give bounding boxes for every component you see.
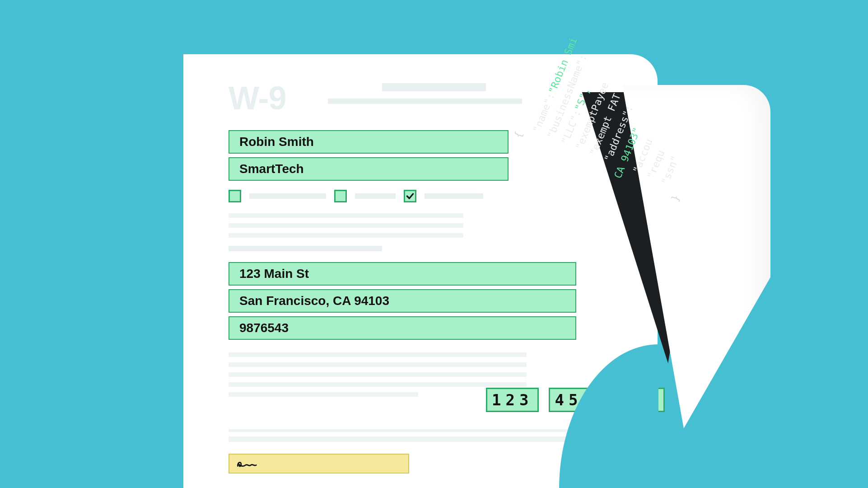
ssn-group-3: 6789 xyxy=(598,388,665,412)
checkbox-3-checked xyxy=(404,190,416,202)
account-value: 9876543 xyxy=(239,321,289,335)
checkbox-1-label-stub xyxy=(249,193,326,199)
check-icon xyxy=(406,192,415,201)
classification-checkbox-row xyxy=(229,190,483,202)
city-value: San Francisco, CA 94103 xyxy=(239,294,389,308)
address-field: 123 Main St xyxy=(229,262,576,286)
section-divider xyxy=(229,429,621,432)
name-value: Robin Smith xyxy=(239,135,314,149)
signature-field xyxy=(229,454,409,474)
address-value: 123 Main St xyxy=(239,267,309,281)
checkbox-2 xyxy=(334,190,347,202)
ssn-group-1: 123 xyxy=(486,388,539,412)
checkbox-3-label-stub xyxy=(425,193,483,199)
city-state-zip-field: San Francisco, CA 94103 xyxy=(229,289,576,313)
illustration-stage: W-9 Robin Smith SmartTech 123 Main St xyxy=(0,0,868,488)
header-placeholder-lines xyxy=(328,83,522,111)
business-value: SmartTech xyxy=(239,162,304,176)
form-title: W-9 xyxy=(229,80,286,117)
ssn-row: 123 45 6789 xyxy=(486,388,665,412)
business-name-field: SmartTech xyxy=(229,157,509,181)
signature-icon xyxy=(236,458,260,469)
account-number-field: 9876543 xyxy=(229,316,576,340)
section-divider-thick xyxy=(229,436,621,442)
ssn-group-2: 45 xyxy=(549,388,588,412)
checkbox-2-label-stub xyxy=(355,193,396,199)
w9-form-page: W-9 Robin Smith SmartTech 123 Main St xyxy=(183,54,658,488)
name-field: Robin Smith xyxy=(229,130,509,154)
checkbox-1 xyxy=(229,190,241,202)
instruction-text-block-1 xyxy=(229,213,468,257)
